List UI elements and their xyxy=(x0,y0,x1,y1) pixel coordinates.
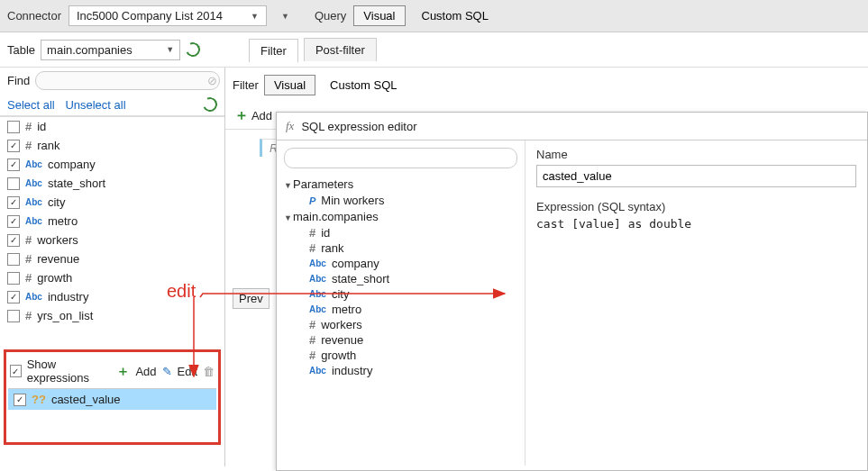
column-item[interactable]: ✓#workers xyxy=(0,231,224,249)
query-visual-button[interactable]: Visual xyxy=(353,5,405,26)
query-label: Query xyxy=(315,9,346,23)
add-label[interactable]: Add xyxy=(135,365,156,378)
tree-group-table[interactable]: ▼main.companies xyxy=(284,208,517,225)
tree-item-label: metro xyxy=(332,303,361,316)
column-checkbox[interactable]: ✓ xyxy=(7,159,20,171)
add-icon[interactable]: ＋ xyxy=(116,363,130,380)
fx-icon: fx xyxy=(286,119,294,133)
top-toolbar: Connector Inc5000 Company List 2014 ▼ ▼ … xyxy=(0,0,868,32)
column-checkbox[interactable]: ✓ xyxy=(7,140,20,152)
column-label: revenue xyxy=(37,252,79,266)
column-checkbox[interactable] xyxy=(7,253,20,266)
editor-search-input[interactable] xyxy=(284,148,517,168)
editor-title: SQL expression editor xyxy=(301,120,416,133)
number-type-icon: # xyxy=(25,120,32,133)
edit-label[interactable]: Edit xyxy=(178,365,197,378)
column-checkbox[interactable] xyxy=(7,121,20,133)
expression-item[interactable]: ✓ ?? casted_value xyxy=(8,389,216,410)
table-value: main.companies xyxy=(47,43,132,57)
tree-item-param[interactable]: PMin workers xyxy=(284,193,517,208)
column-item[interactable]: ✓Abcmetro xyxy=(0,212,224,231)
number-type-icon: # xyxy=(309,318,315,331)
number-type-icon: # xyxy=(25,233,32,247)
tree-item-column[interactable]: Abccompany xyxy=(284,256,517,271)
column-label: workers xyxy=(37,233,78,247)
tree-item-column[interactable]: Abcstate_short xyxy=(284,271,517,286)
tree-item-label: industry xyxy=(332,364,373,377)
column-label: metro xyxy=(48,214,78,228)
sql-expression-editor: fx SQL expression editor ▼Parameters PMi… xyxy=(276,112,868,471)
trash-icon[interactable]: 🗑 xyxy=(203,365,215,378)
select-all-link[interactable]: Select all xyxy=(7,98,55,112)
preview-button[interactable]: Prev xyxy=(233,288,270,309)
number-type-icon: # xyxy=(25,271,32,285)
tree-group-parameters[interactable]: ▼Parameters xyxy=(284,176,517,193)
filter-visual-button[interactable]: Visual xyxy=(264,75,315,95)
chevron-down-icon[interactable]: ▼ xyxy=(281,12,289,21)
number-type-icon: # xyxy=(25,139,32,152)
column-item[interactable]: #yrs_on_list xyxy=(0,306,224,325)
expression-field[interactable]: cast [value] as double xyxy=(536,217,856,231)
tree-item-column[interactable]: Abcindustry xyxy=(284,363,517,378)
text-type-icon: Abc xyxy=(25,178,42,188)
connector-label: Connector xyxy=(7,9,61,23)
column-label: id xyxy=(37,120,46,133)
expressions-panel: ✓ Show expressions ＋ Add ✎ Edit 🗑 ✓ ?? c… xyxy=(4,349,221,445)
column-label: company xyxy=(48,158,96,171)
chevron-down-icon: ▼ xyxy=(251,12,259,21)
plus-icon: ＋ xyxy=(234,107,249,122)
column-label: industry xyxy=(48,290,89,303)
find-input[interactable] xyxy=(35,71,220,90)
tab-postfilter[interactable]: Post-filter xyxy=(304,38,377,61)
show-expressions-checkbox[interactable]: ✓ xyxy=(10,365,22,377)
annotation-edit-label: edit xyxy=(167,281,196,302)
tab-filter[interactable]: Filter xyxy=(249,39,298,62)
column-item[interactable]: #revenue xyxy=(0,249,224,268)
column-item[interactable]: ✓#rank xyxy=(0,136,224,155)
column-item[interactable]: ✓Abccompany xyxy=(0,155,224,174)
connector-dropdown[interactable]: Inc5000 Company List 2014 ▼ xyxy=(69,5,267,26)
text-type-icon: Abc xyxy=(309,366,326,376)
unknown-type-icon: ?? xyxy=(32,393,46,406)
table-dropdown[interactable]: main.companies ▼ xyxy=(41,40,180,60)
column-checkbox[interactable] xyxy=(7,272,20,285)
tree-item-column[interactable]: #growth xyxy=(284,348,517,363)
tree-item-label: city xyxy=(332,287,350,301)
column-label: city xyxy=(48,195,66,209)
tree-item-column[interactable]: #id xyxy=(284,225,517,240)
connector-value: Inc5000 Company List 2014 xyxy=(77,9,223,23)
expression-field-label: Expression (SQL syntax) xyxy=(536,200,856,213)
tree-item-column[interactable]: #rank xyxy=(284,240,517,256)
column-checkbox[interactable]: ✓ xyxy=(7,291,20,303)
column-label: rank xyxy=(37,139,59,152)
unselect-all-link[interactable]: Unselect all xyxy=(65,98,125,112)
find-label: Find xyxy=(7,74,30,87)
tree-item-column[interactable]: Abcmetro xyxy=(284,302,517,317)
column-checkbox[interactable]: ✓ xyxy=(7,215,20,228)
caret-down-icon: ▼ xyxy=(284,213,293,222)
column-item[interactable]: ✓Abccity xyxy=(0,193,224,212)
query-customsql-button[interactable]: Custom SQL xyxy=(413,6,498,25)
column-item[interactable]: Abcstate_short xyxy=(0,174,224,193)
expression-checkbox[interactable]: ✓ xyxy=(14,394,26,406)
tree-item-label: growth xyxy=(321,349,356,362)
tree-item-column[interactable]: Abccity xyxy=(284,286,517,302)
text-type-icon: Abc xyxy=(25,292,42,302)
column-checkbox[interactable]: ✓ xyxy=(7,196,20,209)
column-checkbox[interactable] xyxy=(7,310,20,322)
column-checkbox[interactable]: ✓ xyxy=(7,234,20,247)
column-item[interactable]: #id xyxy=(0,117,224,136)
editor-tree: ▼Parameters PMin workers ▼main.companies… xyxy=(277,140,525,466)
filter-customsql-button[interactable]: Custom SQL xyxy=(321,76,406,95)
column-checkbox[interactable] xyxy=(7,177,20,190)
parameter-icon: P xyxy=(309,195,315,206)
text-type-icon: Abc xyxy=(309,274,326,284)
name-field[interactable] xyxy=(536,165,856,187)
tree-item-column[interactable]: #workers xyxy=(284,317,517,332)
refresh-icon[interactable] xyxy=(201,95,220,114)
clear-icon[interactable]: ⊘ xyxy=(207,74,217,87)
pencil-icon[interactable]: ✎ xyxy=(162,365,172,378)
tree-item-column[interactable]: #revenue xyxy=(284,332,517,348)
text-type-icon: Abc xyxy=(309,304,326,314)
refresh-icon[interactable] xyxy=(184,41,203,59)
